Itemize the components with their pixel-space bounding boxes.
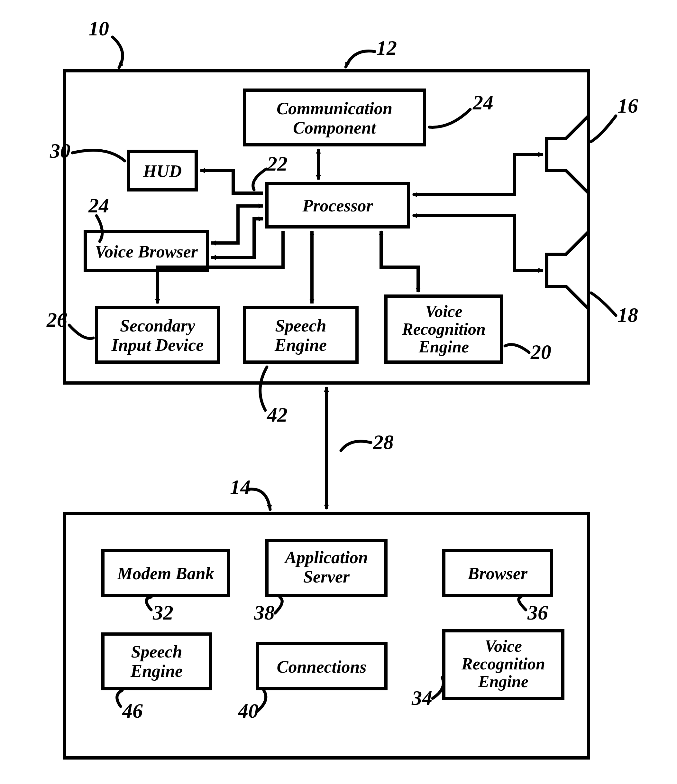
ref-24a: 24: [472, 91, 493, 114]
label-vre-top-3: Engine: [418, 338, 469, 356]
label-browser: Browser: [467, 564, 528, 583]
ref-16: 16: [618, 94, 638, 117]
ref-28: 28: [373, 431, 394, 453]
label-speech-engine-top-2: Engine: [274, 335, 327, 355]
ref-14: 14: [230, 476, 250, 499]
ref-38: 38: [254, 601, 275, 624]
label-modem-bank: Modem Bank: [117, 564, 214, 583]
label-speech-engine-bot-2: Engine: [130, 661, 183, 681]
leader-12: [346, 51, 375, 67]
ref-18: 18: [618, 303, 638, 326]
diagram-root: Communication Component Processor HUD Vo…: [0, 0, 677, 784]
ref-32: 32: [152, 601, 173, 624]
ref-46: 46: [122, 699, 143, 722]
leader-18: [591, 293, 616, 316]
label-processor: Processor: [302, 196, 373, 215]
ref-34: 34: [411, 686, 432, 709]
label-secondary-input-1: Secondary: [120, 316, 196, 335]
leader-14: [249, 489, 270, 509]
label-vre-top-2: Recognition: [402, 320, 486, 338]
label-speech-engine-top-1: Speech: [275, 316, 326, 335]
ref-26: 26: [46, 308, 67, 331]
label-communication-component-1: Communication: [276, 99, 392, 118]
label-speech-engine-bot-1: Speech: [131, 642, 182, 661]
label-vre-bot-1: Voice: [484, 637, 522, 655]
leader-28: [341, 441, 371, 451]
ref-22: 22: [267, 152, 287, 175]
ref-30: 30: [50, 139, 70, 162]
label-secondary-input-2: Input Device: [111, 335, 203, 355]
label-application-server-1: Application: [284, 548, 368, 567]
ref-36: 36: [527, 601, 548, 624]
ref-12: 12: [376, 36, 397, 59]
ref-40: 40: [238, 699, 259, 722]
label-hud: HUD: [143, 162, 182, 181]
leader-16: [591, 116, 616, 142]
ref-24b: 24: [88, 194, 109, 217]
ref-20: 20: [530, 341, 551, 363]
label-vre-top-1: Voice: [425, 302, 463, 320]
label-application-server-2: Server: [303, 567, 350, 586]
label-vre-bot-2: Recognition: [461, 655, 545, 673]
leader-10: [113, 37, 123, 68]
ref-42: 42: [267, 403, 287, 426]
label-vre-bot-3: Engine: [478, 672, 528, 691]
label-voice-browser: Voice Browser: [95, 242, 198, 261]
label-connections: Connections: [276, 657, 366, 677]
label-communication-component-2: Component: [293, 118, 377, 137]
ref-10: 10: [89, 17, 109, 40]
